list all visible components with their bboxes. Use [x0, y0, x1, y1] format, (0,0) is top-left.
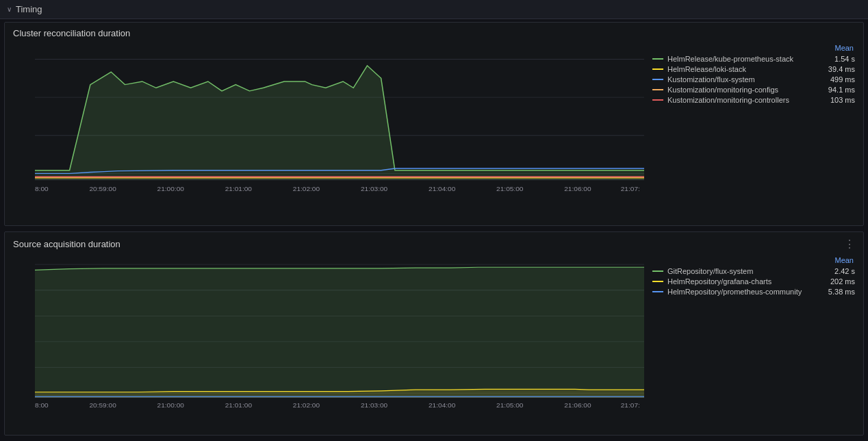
panel2-legend-item-2: HelmRepository/prometheus-community 5.38… — [652, 288, 855, 296]
panel1-body: 3 s 2 s 1 s 0 s — [5, 41, 863, 225]
legend-item-value: 39.4 ms — [821, 65, 855, 73]
legend-item-name: GitRepository/flux-system — [667, 267, 815, 275]
svg-text:20:59:00: 20:59:00 — [89, 402, 116, 408]
legend-item-value: 2.42 s — [821, 267, 855, 275]
panel1-legend-item-4: Kustomization/monitoring-controllers 103… — [652, 96, 855, 104]
legend-item-value: 202 ms — [821, 277, 855, 286]
panel1-svg: 3 s 2 s 1 s 0 s — [35, 47, 644, 212]
panel1-chart-area: 3 s 2 s 1 s 0 s — [5, 41, 644, 225]
panel1-mean-header: Mean — [652, 44, 855, 52]
panel1-title: Cluster reconciliation duration — [13, 28, 130, 38]
svg-text:21:07:: 21:07: — [621, 402, 640, 408]
svg-text:21:06:00: 21:06:00 — [564, 402, 591, 408]
svg-text:20:58:00: 20:58:00 — [35, 186, 49, 193]
panel-source-acquisition: Source acquisition duration ⋮ — [4, 231, 864, 436]
legend-item-value: 5.38 ms — [821, 288, 855, 296]
legend-item-name: HelmRepository/grafana-charts — [667, 277, 815, 286]
svg-text:21:00:00: 21:00:00 — [157, 402, 184, 408]
svg-text:21:03:00: 21:03:00 — [361, 402, 387, 408]
timing-title: Timing — [16, 4, 42, 14]
svg-text:20:58:00: 20:58:00 — [35, 402, 49, 408]
svg-text:21:02:00: 21:02:00 — [293, 186, 320, 193]
legend-color-swatch — [652, 89, 663, 90]
panel2-title: Source acquisition duration — [13, 239, 120, 249]
panel1-legend-item-2: Kustomization/flux-system 499 ms — [652, 75, 855, 84]
chevron-icon[interactable]: ∨ — [7, 5, 12, 13]
panels-container: Cluster reconciliation duration 3 s 2 s — [0, 19, 868, 438]
legend-item-name: Kustomization/flux-system — [667, 75, 815, 84]
panel2-header: Source acquisition duration ⋮ — [5, 232, 863, 253]
svg-text:21:01:00: 21:01:00 — [225, 186, 253, 193]
legend-item-value: 1.54 s — [821, 55, 855, 63]
legend-item-value: 499 ms — [821, 75, 855, 84]
panel2-legend-item-1: HelmRepository/grafana-charts 202 ms — [652, 277, 855, 286]
legend-color-swatch — [652, 270, 663, 272]
legend-color-swatch — [652, 79, 663, 80]
legend-color-swatch — [652, 68, 663, 70]
svg-text:21:04:00: 21:04:00 — [429, 402, 455, 408]
panel2-legend: Mean GitRepository/flux-system 2.42 s He… — [644, 253, 863, 435]
legend-item-name: HelmRelease/kube-prometheus-stack — [667, 55, 815, 63]
svg-text:21:04:00: 21:04:00 — [429, 186, 456, 193]
svg-marker-9 — [35, 66, 644, 180]
panel1-legend-items: HelmRelease/kube-prometheus-stack 1.54 s… — [652, 55, 855, 106]
panel1-legend-item-1: HelmRelease/loki-stack 39.4 ms — [652, 65, 855, 73]
svg-marker-33 — [35, 267, 644, 397]
legend-color-swatch — [652, 58, 663, 60]
panel2-svg: 2.5 s 2 s 1.5 s 1 s 500 ms 0 s — [35, 259, 644, 421]
panel2-chart-area: 2.5 s 2 s 1.5 s 1 s 500 ms 0 s — [5, 253, 644, 435]
panel1-legend-item-3: Kustomization/monitoring-configs 94.1 ms — [652, 86, 855, 94]
panel1-header: Cluster reconciliation duration — [5, 23, 863, 41]
panel2-mean-header: Mean — [652, 256, 855, 264]
legend-item-name: HelmRelease/loki-stack — [667, 65, 815, 73]
svg-text:21:02:00: 21:02:00 — [293, 402, 320, 408]
svg-text:21:05:00: 21:05:00 — [496, 186, 524, 193]
legend-item-name: HelmRepository/prometheus-community — [667, 288, 815, 296]
timing-header: ∨ Timing — [0, 0, 868, 19]
panel-cluster-reconciliation: Cluster reconciliation duration 3 s 2 s — [4, 22, 864, 226]
svg-text:21:00:00: 21:00:00 — [157, 186, 185, 193]
panel2-legend-items: GitRepository/flux-system 2.42 s HelmRep… — [652, 267, 855, 298]
panel2-menu-icon[interactable]: ⋮ — [844, 238, 855, 251]
legend-item-name: Kustomization/monitoring-configs — [667, 86, 815, 94]
svg-text:21:03:00: 21:03:00 — [361, 186, 388, 193]
legend-color-swatch — [652, 281, 663, 282]
svg-text:21:06:00: 21:06:00 — [564, 186, 591, 193]
panel1-legend: Mean HelmRelease/kube-prometheus-stack 1… — [644, 41, 863, 225]
panel1-legend-item-0: HelmRelease/kube-prometheus-stack 1.54 s — [652, 55, 855, 63]
panel2-body: 2.5 s 2 s 1.5 s 1 s 500 ms 0 s — [5, 253, 863, 435]
svg-text:21:01:00: 21:01:00 — [225, 402, 252, 408]
panel2-legend-item-0: GitRepository/flux-system 2.42 s — [652, 267, 855, 275]
legend-item-value: 103 ms — [821, 96, 855, 104]
svg-text:21:05:00: 21:05:00 — [496, 402, 523, 408]
legend-color-swatch — [652, 99, 663, 101]
legend-item-value: 94.1 ms — [821, 86, 855, 94]
svg-text:20:59:00: 20:59:00 — [89, 186, 116, 193]
svg-text:21:07:: 21:07: — [621, 186, 640, 193]
legend-item-name: Kustomization/monitoring-controllers — [667, 96, 815, 104]
timing-section: ∨ Timing Cluster reconciliation duration — [0, 0, 868, 438]
legend-color-swatch — [652, 291, 663, 292]
